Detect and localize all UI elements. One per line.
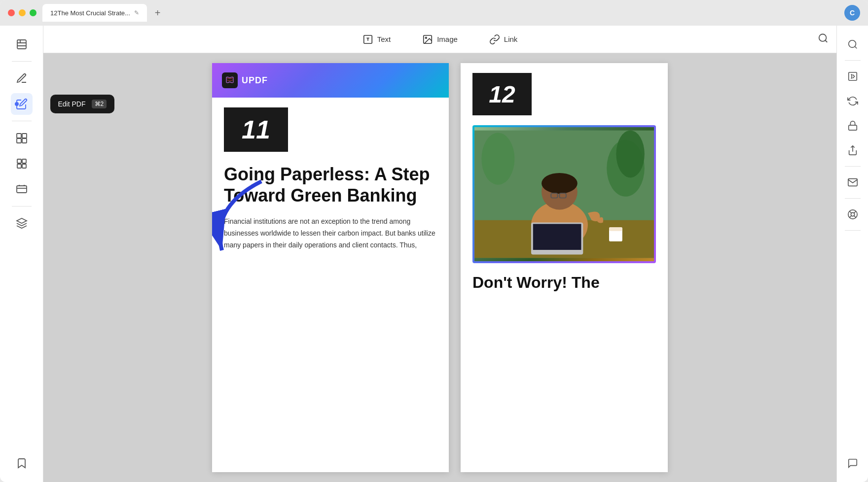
number-box-right: 12 bbox=[472, 73, 532, 115]
svg-point-20 bbox=[426, 37, 427, 38]
new-tab-button[interactable]: + bbox=[151, 5, 165, 21]
edit-pdf-tooltip: Edit PDF ⌘2 bbox=[50, 95, 115, 113]
article-title-right: Don't Worry! The bbox=[472, 273, 656, 292]
user-avatar[interactable]: C bbox=[844, 5, 860, 21]
svg-rect-7 bbox=[22, 138, 27, 143]
right-mail-icon[interactable] bbox=[842, 172, 864, 193]
pdf-left-content: 11 Going Paperless: A Step Toward Green … bbox=[212, 98, 449, 261]
image-placeholder bbox=[474, 127, 654, 261]
tab-edit-icon: ✎ bbox=[134, 9, 139, 16]
updf-logo-icon bbox=[222, 72, 238, 88]
svg-line-47 bbox=[854, 211, 856, 213]
tab-title: 12The Most Crucial Strate... bbox=[50, 9, 130, 17]
svg-marker-17 bbox=[17, 218, 27, 223]
right-share-icon[interactable] bbox=[842, 139, 864, 161]
toolbar-text[interactable]: Text bbox=[357, 31, 397, 48]
right-lock-icon[interactable] bbox=[842, 115, 864, 137]
svg-point-36 bbox=[481, 133, 514, 184]
close-button[interactable] bbox=[8, 9, 15, 16]
sidebar-icon-edit-pdf[interactable]: Edit PDF ⌘2 bbox=[11, 93, 33, 115]
svg-point-21 bbox=[819, 34, 827, 41]
app-body: Edit PDF ⌘2 bbox=[0, 26, 868, 482]
sidebar-icon-highlight[interactable] bbox=[11, 68, 33, 89]
right-comment-icon[interactable] bbox=[842, 452, 864, 474]
pdf-page-right: 12 bbox=[461, 63, 668, 472]
content-scroll: UPDF 11 Going Paperless: A Step Toward G… bbox=[43, 53, 836, 482]
svg-rect-4 bbox=[17, 134, 21, 138]
svg-point-38 bbox=[848, 40, 856, 48]
app-window: 12The Most Crucial Strate... ✎ + C bbox=[0, 0, 868, 482]
sidebar-icon-batch[interactable] bbox=[11, 178, 33, 200]
svg-rect-6 bbox=[17, 138, 21, 143]
pdf-header: UPDF bbox=[212, 63, 449, 98]
svg-rect-8 bbox=[17, 159, 21, 163]
sidebar-icon-bookmark[interactable] bbox=[11, 452, 33, 474]
sidebar-divider-1 bbox=[12, 61, 32, 62]
titlebar: 12The Most Crucial Strate... ✎ + C bbox=[0, 0, 868, 26]
active-indicator bbox=[15, 102, 19, 106]
sidebar-left: Edit PDF ⌘2 bbox=[0, 26, 43, 482]
number-box-left: 11 bbox=[224, 107, 288, 152]
svg-line-39 bbox=[855, 46, 857, 48]
right-divider-4 bbox=[845, 230, 861, 231]
right-divider-3 bbox=[845, 198, 861, 199]
toolbar: Text Image Link bbox=[43, 26, 836, 53]
right-divider-1 bbox=[845, 60, 861, 61]
svg-rect-11 bbox=[22, 164, 26, 168]
current-tab[interactable]: 12The Most Crucial Strate... ✎ bbox=[42, 4, 147, 22]
sidebar-icon-reader[interactable] bbox=[11, 34, 33, 55]
pdf-right-content: 12 bbox=[461, 63, 668, 302]
svg-rect-40 bbox=[848, 72, 857, 81]
toolbar-text-label: Text bbox=[377, 35, 391, 43]
toolbar-link-label: Link bbox=[504, 35, 518, 43]
traffic-lights bbox=[8, 9, 36, 16]
svg-rect-0 bbox=[17, 40, 26, 49]
sidebar-icon-convert[interactable] bbox=[11, 153, 33, 174]
pdf-page-left: UPDF 11 Going Paperless: A Step Toward G… bbox=[212, 63, 449, 472]
updf-logo-text: UPDF bbox=[242, 75, 268, 86]
toolbar-image[interactable]: Image bbox=[416, 31, 464, 48]
article-body-left: Financial institutions are not an except… bbox=[224, 216, 437, 251]
article-title-left: Going Paperless: A Step Toward Green Ban… bbox=[224, 164, 437, 206]
article-image bbox=[472, 125, 656, 263]
right-ocr-icon[interactable] bbox=[842, 66, 864, 87]
svg-line-46 bbox=[854, 216, 856, 218]
sidebar-icon-organize[interactable] bbox=[11, 127, 33, 149]
right-save-icon[interactable] bbox=[842, 204, 864, 225]
svg-point-37 bbox=[616, 131, 644, 178]
right-convert-icon[interactable] bbox=[842, 90, 864, 112]
updf-logo: UPDF bbox=[222, 72, 268, 88]
search-button[interactable] bbox=[818, 33, 829, 46]
sidebar-divider-3 bbox=[12, 206, 32, 207]
svg-line-22 bbox=[825, 40, 827, 42]
maximize-button[interactable] bbox=[30, 9, 36, 16]
svg-point-28 bbox=[542, 173, 578, 194]
svg-rect-16 bbox=[17, 186, 27, 193]
minimize-button[interactable] bbox=[19, 9, 26, 16]
number-right: 12 bbox=[489, 81, 515, 108]
number-left: 11 bbox=[242, 115, 270, 144]
svg-rect-32 bbox=[533, 224, 581, 250]
svg-point-44 bbox=[851, 212, 854, 216]
svg-line-48 bbox=[849, 216, 851, 218]
right-divider-2 bbox=[845, 166, 861, 167]
right-search-icon[interactable] bbox=[842, 34, 864, 55]
svg-rect-34 bbox=[609, 227, 622, 231]
svg-rect-5 bbox=[22, 134, 27, 138]
svg-rect-9 bbox=[22, 159, 26, 163]
toolbar-image-label: Image bbox=[437, 35, 458, 43]
sidebar-divider-2 bbox=[12, 121, 32, 121]
toolbar-link[interactable]: Link bbox=[483, 31, 524, 48]
svg-rect-10 bbox=[17, 164, 21, 168]
sidebar-right bbox=[836, 26, 868, 482]
content-area: Text Image Link bbox=[43, 26, 836, 482]
tab-bar: 12The Most Crucial Strate... ✎ + bbox=[42, 4, 838, 22]
tooltip-label: Edit PDF bbox=[58, 100, 86, 108]
svg-rect-41 bbox=[848, 125, 857, 130]
tooltip-shortcut: ⌘2 bbox=[92, 100, 107, 108]
svg-line-45 bbox=[849, 211, 851, 213]
sidebar-icon-layers[interactable] bbox=[11, 212, 33, 234]
